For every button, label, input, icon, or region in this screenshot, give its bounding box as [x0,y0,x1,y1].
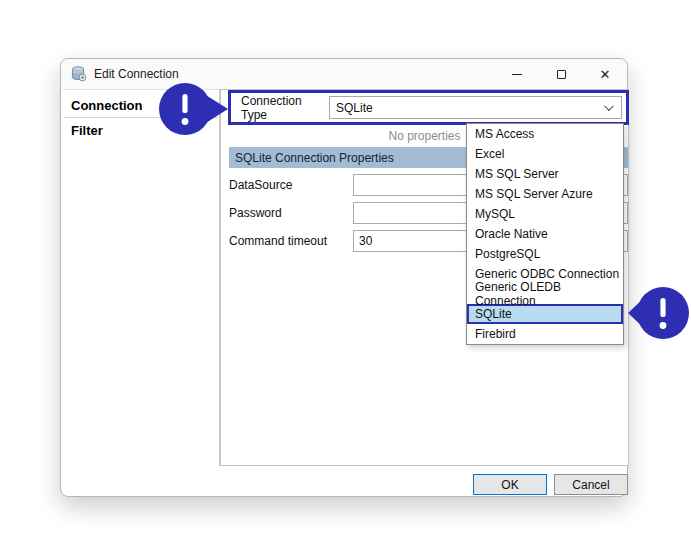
property-label: Command timeout [229,234,353,248]
combobox-value: SQLite [336,101,604,115]
close-button[interactable]: ✕ [583,59,627,89]
close-icon: ✕ [600,68,611,81]
window-controls: ✕ [495,59,627,89]
dropdown-item-ms-sql-server-azure[interactable]: MS SQL Server Azure [467,184,623,204]
connection-type-listbox: MS AccessExcelMS SQL ServerMS SQL Server… [466,123,624,345]
dropdown-item-ms-access[interactable]: MS Access [467,124,623,144]
chevron-down-icon [604,101,614,111]
connection-type-row: Connection Type SQLite [228,90,629,125]
ok-button[interactable]: OK [473,474,547,495]
dropdown-item-firebird[interactable]: Firebird [467,324,623,344]
alert-callout-icon [628,285,690,342]
minimize-button[interactable] [495,59,539,89]
window-title: Edit Connection [94,67,179,81]
alert-callout-icon [157,81,231,138]
property-label: Password [229,206,353,220]
dropdown-item-oracle-native[interactable]: Oracle Native [467,224,623,244]
minimize-icon [512,74,522,75]
maximize-icon [557,70,566,79]
connection-type-label: Connection Type [241,94,329,122]
dropdown-item-excel[interactable]: Excel [467,144,623,164]
maximize-button[interactable] [539,59,583,89]
cancel-button[interactable]: Cancel [554,474,628,495]
connection-type-combobox[interactable]: SQLite [329,96,622,119]
dropdown-item-postgresql[interactable]: PostgreSQL [467,244,623,264]
dropdown-item-mysql[interactable]: MySQL [467,204,623,224]
title-bar: Edit Connection ✕ [61,59,627,89]
dropdown-item-ms-sql-server[interactable]: MS SQL Server [467,164,623,184]
edit-connection-dialog: Edit Connection ✕ ConnectionFilter No pr… [60,58,628,497]
property-label: DataSource [229,178,353,192]
database-icon [71,66,87,82]
dropdown-item-generic-oledb-connection[interactable]: Generic OLEDB Connection [467,284,623,304]
sidebar: ConnectionFilter [63,89,220,466]
